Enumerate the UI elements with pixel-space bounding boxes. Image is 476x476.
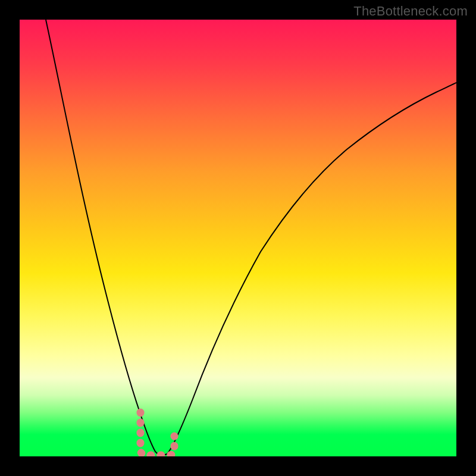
chart-svg	[20, 20, 456, 456]
watermark-label: TheBottleneck.com	[353, 4, 468, 19]
highlight-marker	[140, 412, 174, 455]
bottleneck-curve	[46, 20, 456, 455]
chart-plot-area	[20, 20, 456, 456]
